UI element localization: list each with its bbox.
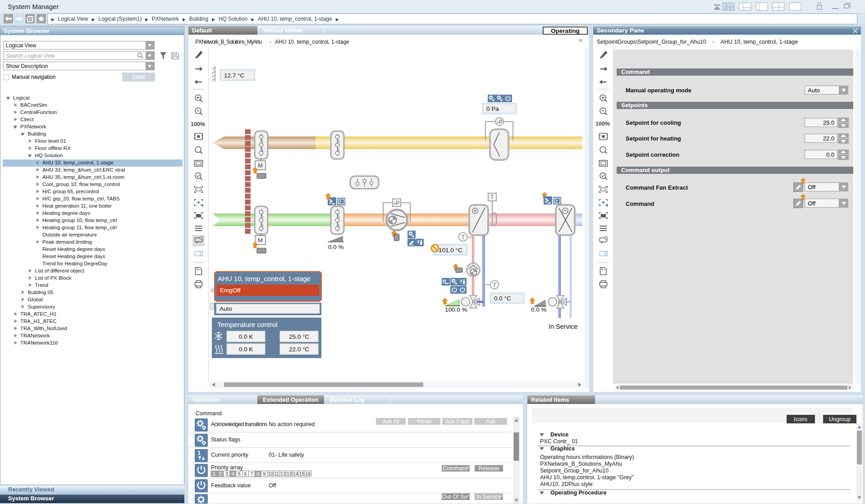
svg-text:25.0 °C: 25.0 °C [289,333,309,340]
svg-text:Device: Device [550,431,568,438]
svg-text:0.0 K: 0.0 K [239,333,253,340]
svg-text:T: T [462,234,465,241]
svg-text:7: 7 [250,471,253,477]
svg-text:Priority array: Priority array [211,464,243,471]
svg-text:Reset: Reset [417,418,432,425]
svg-text:Current priority: Current priority [211,452,248,458]
svg-text:Command: Command [443,465,469,472]
svg-text:Ack All: Ack All [382,418,399,425]
svg-text:Operating hours informations (: Operating hours informations (Binary) [540,454,634,460]
svg-text:Ack Fault: Ack Fault [445,418,469,425]
svg-text:Status flags: Status flags [211,436,240,443]
svg-text:16: 16 [306,471,311,477]
svg-text:100%: 100% [191,121,205,127]
svg-text:14: 14 [293,471,298,477]
svg-text:No action required: No action required [269,421,315,427]
svg-text:Setpoint_Group_for_Ahu10: Setpoint_Group_for_Ahu10 [540,468,609,474]
svg-text:5: 5 [238,471,241,477]
svg-text:Auto: Auto [220,305,232,312]
svg-text:In Service: In Service [549,323,577,330]
svg-text:Graphics: Graphics [550,445,575,452]
svg-text:PXNetwork_B_Solutions_MyAhu: PXNetwork_B_Solutions_MyAhu [540,461,622,467]
svg-text:11: 11 [275,471,279,477]
svg-text:PXNetwork_B_Solutions_MyAhu: PXNetwork_B_Solutions_MyAhu [195,39,262,45]
svg-text:Ack: Ack [486,418,496,425]
svg-text:6: 6 [244,471,247,477]
svg-text:0.0 °C: 0.0 °C [494,295,511,302]
svg-text:9: 9 [263,471,265,477]
svg-text:PXC Contr_ 01: PXC Contr_ 01 [540,438,578,445]
svg-text:2: 2 [219,471,222,477]
svg-text:Operating Procedure: Operating Procedure [550,490,606,496]
svg-text:Feedback value: Feedback value [211,482,251,489]
svg-text:Off: Off [269,482,276,489]
svg-text:Command: Command [196,410,222,417]
svg-text:Acknowledged transitions: Acknowledged transitions [211,421,267,427]
svg-text:100%: 100% [595,121,610,127]
svg-text:-: - [270,39,271,45]
svg-text:01- Life safety: 01- Life safety [269,452,304,458]
svg-text:8: 8 [256,471,259,477]
svg-text:M: M [258,237,263,244]
svg-text:1: 1 [197,450,201,456]
svg-text:Out Of Svc: Out Of Svc [442,494,469,500]
svg-text:T: T [493,282,497,288]
svg-text:T: T [490,194,494,200]
svg-text:Release: Release [479,465,499,472]
svg-text:AHU 10, temp_control, 1-stage: AHU 10, temp_control, 1-stage [275,39,349,45]
svg-text:12.7 °C: 12.7 °C [224,72,244,79]
svg-text:0.0 K: 0.0 K [239,346,253,353]
svg-text:1: 1 [213,471,215,477]
svg-text:AHU10, 2DPlus style: AHU10, 2DPlus style [540,481,593,487]
svg-text:100.0 %: 100.0 % [445,306,467,313]
svg-text:0 Pa: 0 Pa [486,105,499,112]
svg-text:15: 15 [299,471,305,477]
svg-text:3: 3 [225,471,228,477]
svg-text:12: 12 [280,471,286,477]
svg-text:Ungroup: Ungroup [829,416,851,422]
svg-text:AHU 10, temp_control, 1-stage: AHU 10, temp_control, 1-stage [218,275,311,282]
svg-text:P: P [499,119,503,125]
svg-text:0.0 %: 0.0 % [328,244,344,250]
svg-text:10: 10 [268,471,273,477]
svg-text:Temperature control: Temperature control [217,321,277,328]
svg-text:EmgOff: EmgOff [220,287,241,294]
svg-text:22.0 °C: 22.0 °C [289,346,309,353]
svg-text:P: P [396,200,400,206]
svg-text:101.0 °C: 101.0 °C [439,247,462,254]
svg-text:In Service: In Service [476,494,502,500]
svg-text:AHU 10, temp,control, 1-stage: AHU 10, temp,control, 1-stage "Grey" [540,474,634,481]
svg-text:Icons: Icons [794,416,807,422]
svg-text:M: M [258,162,263,169]
svg-text:4: 4 [232,471,234,477]
svg-text:0.0 %: 0.0 % [531,306,547,313]
svg-text:13: 13 [287,471,292,477]
